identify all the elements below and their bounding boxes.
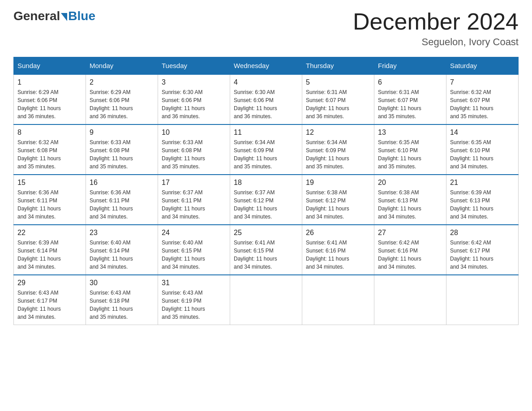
day-cell: 23Sunrise: 6:40 AMSunset: 6:14 PMDayligh… bbox=[86, 225, 158, 275]
day-cell: 9Sunrise: 6:33 AMSunset: 6:08 PMDaylight… bbox=[86, 124, 158, 175]
day-number: 9 bbox=[90, 128, 154, 137]
day-number: 25 bbox=[234, 229, 298, 237]
header: General Blue December 2024 Seguelon, Ivo… bbox=[13, 9, 519, 48]
col-header-saturday: Saturday bbox=[446, 57, 519, 75]
day-number: 26 bbox=[306, 229, 370, 237]
day-info: Sunrise: 6:30 AMSunset: 6:06 PMDaylight:… bbox=[234, 88, 298, 120]
week-row-5: 29Sunrise: 6:43 AMSunset: 6:17 PMDayligh… bbox=[14, 275, 519, 325]
day-cell: 12Sunrise: 6:34 AMSunset: 6:09 PMDayligh… bbox=[302, 124, 374, 175]
day-number: 3 bbox=[162, 78, 226, 86]
day-info: Sunrise: 6:31 AMSunset: 6:07 PMDaylight:… bbox=[306, 88, 370, 120]
day-info: Sunrise: 6:33 AMSunset: 6:08 PMDaylight:… bbox=[90, 138, 154, 171]
day-info: Sunrise: 6:43 AMSunset: 6:18 PMDaylight:… bbox=[90, 289, 154, 321]
day-info: Sunrise: 6:42 AMSunset: 6:17 PMDaylight:… bbox=[450, 239, 515, 271]
week-row-2: 8Sunrise: 6:32 AMSunset: 6:08 PMDaylight… bbox=[14, 124, 519, 175]
day-number: 12 bbox=[306, 128, 370, 137]
day-info: Sunrise: 6:32 AMSunset: 6:07 PMDaylight:… bbox=[450, 88, 515, 120]
day-cell: 1Sunrise: 6:29 AMSunset: 6:06 PMDaylight… bbox=[14, 74, 86, 124]
calendar-header: SundayMondayTuesdayWednesdayThursdayFrid… bbox=[14, 57, 519, 75]
day-info: Sunrise: 6:31 AMSunset: 6:07 PMDaylight:… bbox=[378, 88, 442, 120]
day-number: 13 bbox=[378, 128, 442, 137]
day-cell: 27Sunrise: 6:42 AMSunset: 6:16 PMDayligh… bbox=[374, 225, 446, 275]
day-number: 17 bbox=[162, 179, 226, 187]
day-info: Sunrise: 6:41 AMSunset: 6:15 PMDaylight:… bbox=[234, 239, 298, 271]
week-row-3: 15Sunrise: 6:36 AMSunset: 6:11 PMDayligh… bbox=[14, 175, 519, 225]
day-cell: 30Sunrise: 6:43 AMSunset: 6:18 PMDayligh… bbox=[86, 275, 158, 325]
day-info: Sunrise: 6:33 AMSunset: 6:08 PMDaylight:… bbox=[162, 138, 226, 171]
day-info: Sunrise: 6:29 AMSunset: 6:06 PMDaylight:… bbox=[17, 88, 82, 120]
day-cell: 21Sunrise: 6:39 AMSunset: 6:13 PMDayligh… bbox=[446, 175, 519, 225]
day-cell: 2Sunrise: 6:29 AMSunset: 6:06 PMDaylight… bbox=[86, 74, 158, 124]
day-number: 21 bbox=[450, 179, 515, 187]
day-cell: 10Sunrise: 6:33 AMSunset: 6:08 PMDayligh… bbox=[158, 124, 230, 175]
day-info: Sunrise: 6:36 AMSunset: 6:11 PMDaylight:… bbox=[17, 188, 82, 221]
day-cell: 18Sunrise: 6:37 AMSunset: 6:12 PMDayligh… bbox=[230, 175, 302, 225]
day-info: Sunrise: 6:37 AMSunset: 6:11 PMDaylight:… bbox=[162, 188, 226, 221]
day-info: Sunrise: 6:34 AMSunset: 6:09 PMDaylight:… bbox=[234, 138, 298, 171]
day-number: 15 bbox=[17, 179, 82, 187]
day-cell: 3Sunrise: 6:30 AMSunset: 6:06 PMDaylight… bbox=[158, 74, 230, 124]
logo-general-text: General bbox=[13, 9, 60, 23]
day-info: Sunrise: 6:37 AMSunset: 6:12 PMDaylight:… bbox=[234, 188, 298, 221]
day-number: 16 bbox=[90, 179, 154, 187]
day-info: Sunrise: 6:38 AMSunset: 6:13 PMDaylight:… bbox=[378, 188, 442, 221]
day-number: 10 bbox=[162, 128, 226, 137]
day-cell: 14Sunrise: 6:35 AMSunset: 6:10 PMDayligh… bbox=[446, 124, 519, 175]
day-cell bbox=[302, 275, 374, 325]
logo-blue-text: Blue bbox=[68, 9, 95, 23]
day-number: 31 bbox=[162, 279, 226, 287]
day-info: Sunrise: 6:34 AMSunset: 6:09 PMDaylight:… bbox=[306, 138, 370, 171]
col-header-monday: Monday bbox=[86, 57, 158, 75]
day-cell: 19Sunrise: 6:38 AMSunset: 6:12 PMDayligh… bbox=[302, 175, 374, 225]
day-cell: 6Sunrise: 6:31 AMSunset: 6:07 PMDaylight… bbox=[374, 74, 446, 124]
day-info: Sunrise: 6:38 AMSunset: 6:12 PMDaylight:… bbox=[306, 188, 370, 221]
day-info: Sunrise: 6:43 AMSunset: 6:19 PMDaylight:… bbox=[162, 289, 226, 321]
day-info: Sunrise: 6:42 AMSunset: 6:16 PMDaylight:… bbox=[378, 239, 442, 271]
day-cell: 7Sunrise: 6:32 AMSunset: 6:07 PMDaylight… bbox=[446, 74, 519, 124]
day-number: 2 bbox=[90, 78, 154, 86]
col-header-tuesday: Tuesday bbox=[158, 57, 230, 75]
day-info: Sunrise: 6:39 AMSunset: 6:14 PMDaylight:… bbox=[17, 239, 82, 271]
logo-triangle-icon bbox=[61, 13, 67, 21]
col-header-friday: Friday bbox=[374, 57, 446, 75]
col-header-thursday: Thursday bbox=[302, 57, 374, 75]
location-title: Seguelon, Ivory Coast bbox=[353, 36, 519, 48]
col-header-sunday: Sunday bbox=[14, 57, 86, 75]
day-number: 30 bbox=[90, 279, 154, 287]
day-number: 28 bbox=[450, 229, 515, 237]
day-cell: 16Sunrise: 6:36 AMSunset: 6:11 PMDayligh… bbox=[86, 175, 158, 225]
logo: General Blue bbox=[13, 9, 95, 23]
day-info: Sunrise: 6:32 AMSunset: 6:08 PMDaylight:… bbox=[17, 138, 82, 171]
week-row-4: 22Sunrise: 6:39 AMSunset: 6:14 PMDayligh… bbox=[14, 225, 519, 275]
day-info: Sunrise: 6:40 AMSunset: 6:15 PMDaylight:… bbox=[162, 239, 226, 271]
month-title: December 2024 bbox=[353, 9, 519, 34]
week-row-1: 1Sunrise: 6:29 AMSunset: 6:06 PMDaylight… bbox=[14, 74, 519, 124]
day-cell: 22Sunrise: 6:39 AMSunset: 6:14 PMDayligh… bbox=[14, 225, 86, 275]
day-number: 27 bbox=[378, 229, 442, 237]
day-number: 29 bbox=[17, 279, 82, 287]
day-number: 14 bbox=[450, 128, 515, 137]
day-cell: 29Sunrise: 6:43 AMSunset: 6:17 PMDayligh… bbox=[14, 275, 86, 325]
day-number: 22 bbox=[17, 229, 82, 237]
day-cell: 17Sunrise: 6:37 AMSunset: 6:11 PMDayligh… bbox=[158, 175, 230, 225]
day-number: 18 bbox=[234, 179, 298, 187]
day-cell: 8Sunrise: 6:32 AMSunset: 6:08 PMDaylight… bbox=[14, 124, 86, 175]
day-number: 11 bbox=[234, 128, 298, 137]
day-cell: 5Sunrise: 6:31 AMSunset: 6:07 PMDaylight… bbox=[302, 74, 374, 124]
day-info: Sunrise: 6:43 AMSunset: 6:17 PMDaylight:… bbox=[17, 289, 82, 321]
day-cell bbox=[374, 275, 446, 325]
day-number: 20 bbox=[378, 179, 442, 187]
day-cell: 26Sunrise: 6:41 AMSunset: 6:16 PMDayligh… bbox=[302, 225, 374, 275]
day-cell: 24Sunrise: 6:40 AMSunset: 6:15 PMDayligh… bbox=[158, 225, 230, 275]
day-info: Sunrise: 6:35 AMSunset: 6:10 PMDaylight:… bbox=[450, 138, 515, 171]
day-number: 8 bbox=[17, 128, 82, 137]
day-number: 6 bbox=[378, 78, 442, 86]
day-number: 4 bbox=[234, 78, 298, 86]
day-info: Sunrise: 6:29 AMSunset: 6:06 PMDaylight:… bbox=[90, 88, 154, 120]
day-cell: 13Sunrise: 6:35 AMSunset: 6:10 PMDayligh… bbox=[374, 124, 446, 175]
day-info: Sunrise: 6:40 AMSunset: 6:14 PMDaylight:… bbox=[90, 239, 154, 271]
day-cell: 11Sunrise: 6:34 AMSunset: 6:09 PMDayligh… bbox=[230, 124, 302, 175]
day-cell bbox=[446, 275, 519, 325]
day-info: Sunrise: 6:30 AMSunset: 6:06 PMDaylight:… bbox=[162, 88, 226, 120]
day-cell: 4Sunrise: 6:30 AMSunset: 6:06 PMDaylight… bbox=[230, 74, 302, 124]
